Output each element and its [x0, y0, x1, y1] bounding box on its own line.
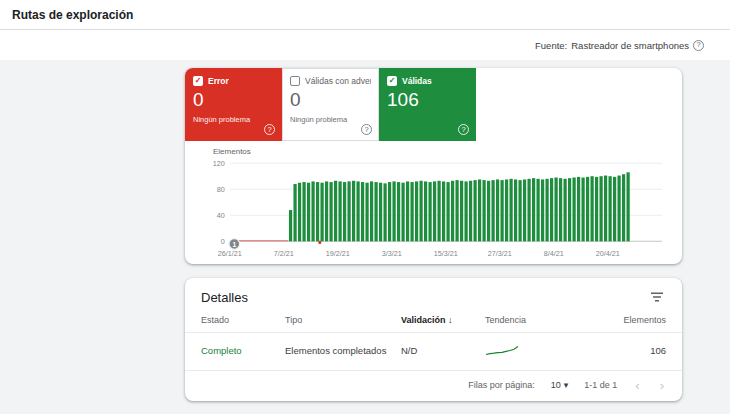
valid-warn-tile-label: Válidas con adver...: [305, 76, 371, 86]
svg-text:1: 1: [232, 241, 236, 248]
report-card: ✓ Error 0 Ningún problema ? Válidas con …: [185, 68, 682, 264]
help-glyph: ?: [364, 126, 368, 134]
svg-text:3/3/21: 3/3/21: [382, 249, 402, 258]
svg-text:19/2/21: 19/2/21: [326, 249, 350, 258]
row-tendencia: [485, 344, 602, 358]
col-validacion[interactable]: Validación ↓: [401, 315, 485, 325]
error-tile-header: ✓ Error: [193, 76, 274, 86]
prev-page-icon[interactable]: ‹: [633, 379, 641, 392]
valid-tile[interactable]: ✓ Válidas 106 ?: [379, 68, 476, 141]
col-elementos[interactable]: Elementos: [602, 315, 666, 325]
help-glyph: ?: [461, 126, 465, 134]
valid-warn-count: 0: [290, 89, 371, 111]
check-icon: ✓: [195, 77, 202, 85]
chevron-down-icon: ▾: [564, 380, 569, 390]
svg-text:26/1/21: 26/1/21: [218, 249, 242, 258]
col-tipo[interactable]: Tipo: [285, 315, 401, 325]
svg-text:120: 120: [213, 159, 225, 168]
row-tipo: Elementos completados: [285, 345, 401, 356]
error-count: 0: [193, 89, 274, 111]
valid-count: 106: [387, 89, 468, 111]
valid-warn-checkbox[interactable]: [290, 76, 300, 86]
error-help-icon[interactable]: ?: [264, 124, 275, 135]
main-content: ✓ Error 0 Ningún problema ? Válidas con …: [0, 60, 730, 401]
crawl-chart: Elementos 0408012026/1/217/2/2119/2/213/…: [185, 141, 682, 264]
table-row[interactable]: Completo Elementos completados N/D 106: [185, 333, 682, 371]
valid-tile-header: ✓ Válidas: [387, 76, 468, 86]
error-subtext: Ningún problema: [193, 115, 274, 124]
valid-checkbox[interactable]: ✓: [387, 76, 397, 86]
valid-tile-label: Válidas: [402, 76, 432, 86]
col-validacion-label: Validación: [401, 315, 446, 325]
svg-text:40: 40: [217, 211, 225, 220]
row-estado-link[interactable]: Completo: [201, 345, 285, 356]
pagination-range: 1-1 de 1: [584, 380, 617, 390]
rows-per-page-value: 10: [551, 380, 561, 390]
filter-icon[interactable]: [648, 290, 666, 304]
chart-ylabel: Elementos: [213, 147, 666, 157]
rows-per-page-select[interactable]: 10▾: [551, 380, 569, 390]
help-glyph: ?: [267, 126, 271, 134]
source-value: Rastreador de smartphones: [571, 40, 689, 51]
col-tendencia[interactable]: Tendencia: [485, 315, 602, 325]
source-bar: Fuente: Rastreador de smartphones ?: [0, 30, 730, 60]
valid-warn-subtext: Ningún problema: [290, 115, 371, 124]
source-label: Fuente:: [535, 40, 567, 51]
error-tile[interactable]: ✓ Error 0 Ningún problema ?: [185, 68, 282, 141]
page-title: Rutas de exploración: [12, 8, 133, 22]
source-help-icon[interactable]: ?: [693, 40, 704, 51]
valid-help-icon[interactable]: ?: [458, 124, 469, 135]
svg-text:7/2/21: 7/2/21: [274, 249, 294, 258]
row-elementos: 106: [602, 345, 666, 356]
pagination-bar: Filas por página: 10▾ 1-1 de 1 ‹ ›: [185, 371, 682, 401]
valid-warn-tile-header: Válidas con adver...: [290, 76, 371, 86]
help-glyph: ?: [696, 41, 700, 49]
svg-text:27/3/21: 27/3/21: [488, 249, 512, 258]
svg-text:80: 80: [217, 185, 225, 194]
crawl-chart-svg: 0408012026/1/217/2/2119/2/213/3/2115/3/2…: [201, 157, 666, 262]
next-page-icon[interactable]: ›: [658, 379, 666, 392]
svg-text:20/4/21: 20/4/21: [596, 249, 620, 258]
rows-per-page-label: Filas por página:: [468, 380, 535, 390]
details-table-header: Estado Tipo Validación ↓ Tendencia Eleme…: [185, 313, 682, 333]
svg-text:0: 0: [221, 237, 225, 246]
trend-sparkline: [485, 344, 519, 356]
error-tile-label: Error: [208, 76, 229, 86]
valid-warn-help-icon[interactable]: ?: [361, 124, 372, 135]
sort-desc-icon: ↓: [448, 315, 453, 325]
row-validacion: N/D: [401, 345, 485, 356]
page-header: Rutas de exploración: [0, 0, 730, 30]
svg-text:8/4/21: 8/4/21: [544, 249, 564, 258]
details-title: Detalles: [201, 290, 248, 305]
valid-with-warnings-tile[interactable]: Válidas con adver... 0 Ningún problema ?: [282, 68, 379, 141]
details-card: Detalles Estado Tipo Validación ↓ Tenden…: [185, 278, 682, 401]
error-checkbox[interactable]: ✓: [193, 76, 203, 86]
check-icon: ✓: [389, 77, 396, 85]
col-estado[interactable]: Estado: [201, 315, 285, 325]
svg-text:15/3/21: 15/3/21: [434, 249, 458, 258]
status-tiles: ✓ Error 0 Ningún problema ? Válidas con …: [185, 68, 682, 141]
